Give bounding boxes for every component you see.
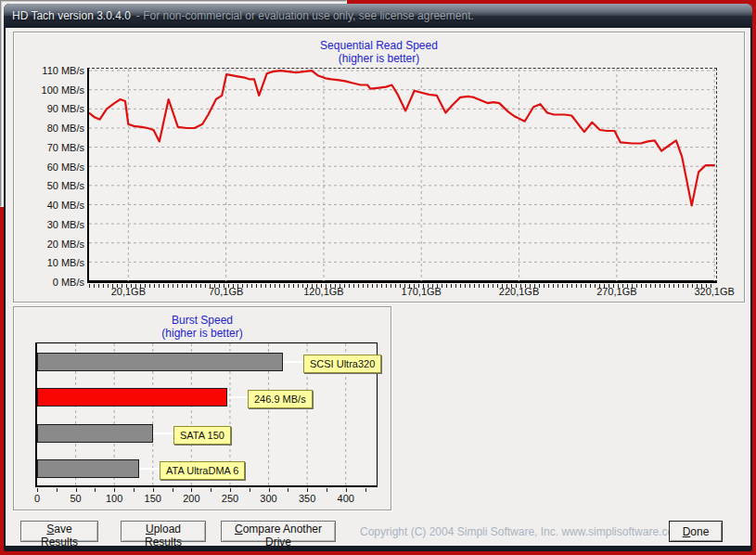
- x-tick-label: 170,1GB: [391, 286, 451, 297]
- window-titlebar[interactable]: HD Tach version 3.0.4.0- For non-commerc…: [4, 4, 752, 28]
- burst-x-tick-label: 300: [250, 493, 288, 504]
- y-tick-label: 0 MB/s: [16, 277, 84, 288]
- y-tick-label: 110 MB/s: [16, 65, 84, 76]
- upload-results-button[interactable]: Upload Results: [121, 521, 206, 542]
- window-title: HD Tach version 3.0.4.0: [12, 9, 131, 22]
- bar-label-box: SCSI Ultra320: [303, 355, 381, 373]
- x-tick-label: 220,1GB: [490, 286, 549, 297]
- y-tick-label: 10 MB/s: [16, 257, 84, 268]
- burst-x-tick-label: 100: [96, 493, 133, 504]
- done-button[interactable]: Done: [669, 521, 723, 542]
- bar-label-connector: [139, 468, 161, 470]
- burst-x-tick-label: 50: [58, 493, 95, 504]
- burst-x-tick-label: 0: [19, 493, 56, 504]
- y-tick-label: 90 MB/s: [16, 103, 84, 114]
- seq-x-axis-labels: 20,1GB70,1GB120,1GB170,1GB220,1GB270,1GB…: [87, 286, 717, 299]
- sequential-read-panel: Sequential Read Speed (higher is better)…: [13, 32, 745, 303]
- burst-bar-scsi-ultra320: [37, 353, 283, 371]
- x-tick-label: 320,1GB: [685, 286, 744, 297]
- bar-label-connector: [153, 432, 175, 434]
- x-tick-label: 120,1GB: [294, 286, 353, 297]
- y-tick-label: 20 MB/s: [16, 239, 84, 250]
- compare-another-drive-button[interactable]: Compare Another Drive: [221, 521, 336, 542]
- bar-label-connector: [227, 396, 250, 398]
- window-title-note: - For non-commercial or evaluation use o…: [136, 9, 474, 22]
- burst-bar-ata-ultradma-6: [37, 459, 139, 478]
- burst-x-tick-label: 250: [211, 493, 249, 504]
- seq-chart-subtitle: (higher is better): [14, 52, 744, 65]
- seq-y-axis-labels: 0 MB/s10 MB/s20 MB/s30 MB/s40 MB/s50 MB/…: [16, 68, 84, 283]
- bar-label-box: SATA 150: [173, 426, 231, 445]
- burst-bar-sata-150: [37, 424, 153, 443]
- bar-label-box: ATA UltraDMA 6: [160, 461, 245, 480]
- burst-x-axis-labels: 050100150200250300350400: [35, 493, 378, 505]
- burst-speed-panel: Burst Speed (higher is better) SCSI Ultr…: [13, 306, 391, 510]
- y-tick-label: 30 MB/s: [16, 219, 84, 230]
- bar-label-connector: [283, 361, 305, 363]
- x-tick-label: 20,1GB: [98, 286, 158, 297]
- bar-label-box: 246.9 MB/s: [248, 390, 313, 408]
- copyright-text: Copyright (C) 2004 Simpli Software, Inc.…: [360, 525, 659, 538]
- y-tick-label: 100 MB/s: [16, 84, 84, 96]
- y-tick-label: 80 MB/s: [16, 123, 84, 134]
- burst-x-tick-label: 150: [135, 493, 172, 504]
- y-tick-label: 50 MB/s: [16, 180, 84, 191]
- burst-speed-plot: SCSI Ultra320246.9 MB/sSATA 150ATA Ultra…: [35, 342, 378, 487]
- y-tick-label: 40 MB/s: [16, 200, 84, 211]
- burst-x-tick-label: 400: [327, 493, 365, 504]
- burst-bar-this-drive: [37, 388, 227, 407]
- seq-chart-title: Sequential Read Speed: [14, 39, 744, 52]
- burst-x-axis-ticks: [37, 488, 378, 492]
- burst-chart-subtitle: (higher is better): [14, 327, 391, 340]
- y-tick-label: 70 MB/s: [16, 142, 84, 153]
- x-tick-label: 270,1GB: [587, 286, 647, 297]
- x-tick-label: 70,1GB: [197, 286, 256, 297]
- y-tick-label: 60 MB/s: [16, 161, 84, 173]
- seq-read-plot: [87, 68, 717, 283]
- burst-x-tick-label: 200: [173, 493, 210, 504]
- save-results-button[interactable]: Save Results: [20, 521, 98, 542]
- burst-x-tick-label: 350: [288, 493, 326, 504]
- hd-tach-window: HD Tach version 3.0.4.0- For non-commerc…: [0, 0, 756, 555]
- burst-chart-title: Burst Speed: [14, 314, 391, 327]
